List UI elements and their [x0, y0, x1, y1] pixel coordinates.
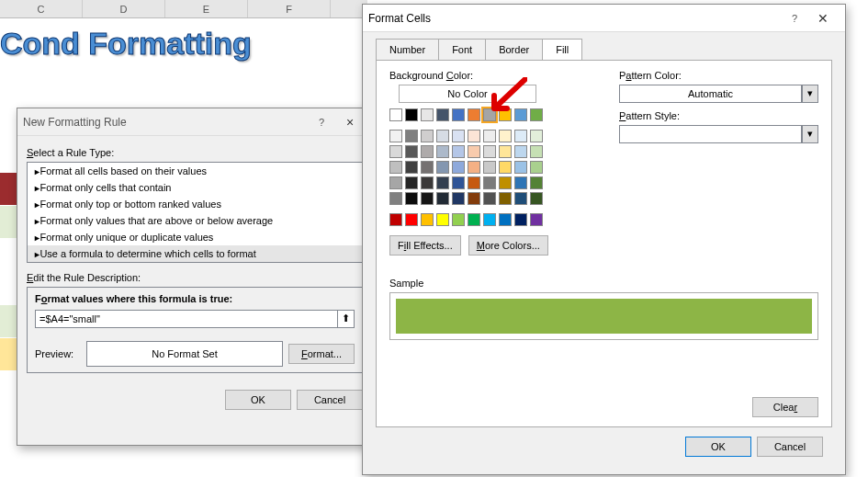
color-swatch[interactable]: [499, 176, 512, 189]
color-swatch[interactable]: [405, 192, 418, 205]
close-icon[interactable]: ✕: [806, 11, 840, 26]
cancel-button[interactable]: Cancel: [297, 390, 363, 410]
color-swatch[interactable]: [452, 161, 465, 174]
color-swatch[interactable]: [483, 213, 496, 226]
format-button[interactable]: Format...: [288, 344, 355, 364]
color-swatch[interactable]: [421, 213, 434, 226]
formula-input[interactable]: [35, 310, 338, 328]
color-swatch[interactable]: [421, 192, 434, 205]
color-swatch[interactable]: [405, 176, 418, 189]
color-swatch[interactable]: [514, 161, 527, 174]
rule-type-item[interactable]: Format only top or bottom ranked values: [28, 196, 362, 212]
color-swatch[interactable]: [421, 161, 434, 174]
color-swatch[interactable]: [389, 176, 402, 189]
color-swatch[interactable]: [514, 176, 527, 189]
color-swatch[interactable]: [436, 161, 449, 174]
color-swatch[interactable]: [514, 192, 527, 205]
cancel-button[interactable]: Cancel: [757, 437, 823, 457]
color-swatch[interactable]: [499, 161, 512, 174]
color-swatch[interactable]: [499, 108, 512, 121]
tab-fill[interactable]: Fill: [542, 39, 582, 61]
color-swatch[interactable]: [452, 213, 465, 226]
color-swatch[interactable]: [530, 176, 543, 189]
color-swatch[interactable]: [499, 145, 512, 158]
color-swatch[interactable]: [436, 130, 449, 142]
range-picker-icon[interactable]: ⬆: [338, 310, 355, 328]
color-swatch[interactable]: [436, 176, 449, 189]
color-swatch[interactable]: [389, 161, 402, 174]
color-swatch[interactable]: [468, 213, 480, 226]
more-colors-button[interactable]: More Colors...: [468, 235, 548, 256]
color-swatch[interactable]: [421, 108, 434, 121]
color-swatch[interactable]: [452, 130, 465, 142]
rule-type-item[interactable]: Use a formula to determine which cells t…: [28, 245, 362, 262]
color-swatch[interactable]: [483, 108, 496, 121]
col-header[interactable]: F: [248, 0, 331, 17]
color-swatch[interactable]: [483, 161, 496, 174]
tab-number[interactable]: Number: [376, 39, 439, 61]
tab-border[interactable]: Border: [485, 39, 543, 61]
ok-button[interactable]: OK: [685, 437, 751, 457]
color-swatch[interactable]: [468, 130, 480, 142]
col-header[interactable]: E: [165, 0, 248, 17]
color-swatch[interactable]: [405, 145, 418, 158]
col-header[interactable]: D: [83, 0, 165, 17]
color-swatch[interactable]: [530, 108, 543, 121]
color-swatch[interactable]: [405, 108, 418, 121]
color-swatch[interactable]: [436, 145, 449, 158]
color-swatch[interactable]: [389, 130, 402, 142]
color-swatch[interactable]: [468, 145, 480, 158]
chevron-down-icon[interactable]: ▾: [802, 125, 818, 143]
color-swatch[interactable]: [436, 108, 449, 121]
color-swatch[interactable]: [452, 176, 465, 189]
color-swatch[interactable]: [405, 130, 418, 142]
color-swatch[interactable]: [421, 176, 434, 189]
color-swatch[interactable]: [514, 213, 527, 226]
color-swatch[interactable]: [468, 161, 480, 174]
rule-type-item[interactable]: Format only cells that contain: [28, 179, 362, 196]
color-swatch[interactable]: [514, 108, 527, 121]
ok-button[interactable]: OK: [225, 390, 291, 410]
color-swatch[interactable]: [530, 192, 543, 205]
color-swatch[interactable]: [483, 145, 496, 158]
color-swatch[interactable]: [499, 130, 512, 142]
color-swatch[interactable]: [452, 192, 465, 205]
color-swatch[interactable]: [452, 145, 465, 158]
rule-type-item[interactable]: Format only values that are above or bel…: [28, 212, 362, 229]
color-swatch[interactable]: [452, 108, 465, 121]
rule-type-item[interactable]: Format all cells based on their values: [28, 163, 362, 179]
color-swatch[interactable]: [530, 130, 543, 142]
color-swatch[interactable]: [405, 213, 418, 226]
col-header[interactable]: C: [0, 0, 83, 17]
help-icon[interactable]: ?: [310, 117, 333, 128]
color-swatch[interactable]: [405, 161, 418, 174]
color-swatch[interactable]: [468, 176, 480, 189]
color-swatch[interactable]: [421, 130, 434, 142]
color-swatch[interactable]: [499, 192, 512, 205]
rule-type-list[interactable]: Format all cells based on their values F…: [27, 162, 363, 263]
color-swatch[interactable]: [530, 161, 543, 174]
color-swatch[interactable]: [436, 213, 449, 226]
no-color-swatch[interactable]: [389, 108, 402, 121]
color-swatch[interactable]: [530, 145, 543, 158]
pattern-color-select[interactable]: Automatic ▾: [619, 85, 818, 103]
color-swatch[interactable]: [468, 192, 480, 205]
color-swatch[interactable]: [483, 130, 496, 142]
pattern-style-select[interactable]: ▾: [619, 125, 818, 143]
tab-font[interactable]: Font: [438, 39, 486, 61]
no-color-button[interactable]: No Color: [399, 85, 536, 103]
color-swatch[interactable]: [421, 145, 434, 158]
color-swatch[interactable]: [483, 176, 496, 189]
color-swatch[interactable]: [389, 192, 402, 205]
chevron-down-icon[interactable]: ▾: [802, 85, 818, 103]
color-swatch[interactable]: [514, 130, 527, 142]
color-swatch[interactable]: [514, 145, 527, 158]
fill-effects-button[interactable]: Fill Effects...: [389, 235, 461, 256]
color-swatch[interactable]: [499, 213, 512, 226]
color-swatch[interactable]: [436, 192, 449, 205]
color-swatch[interactable]: [468, 108, 480, 121]
color-swatch[interactable]: [530, 213, 543, 226]
color-swatch[interactable]: [389, 145, 402, 158]
color-swatch[interactable]: [389, 213, 402, 226]
color-swatch[interactable]: [483, 192, 496, 205]
